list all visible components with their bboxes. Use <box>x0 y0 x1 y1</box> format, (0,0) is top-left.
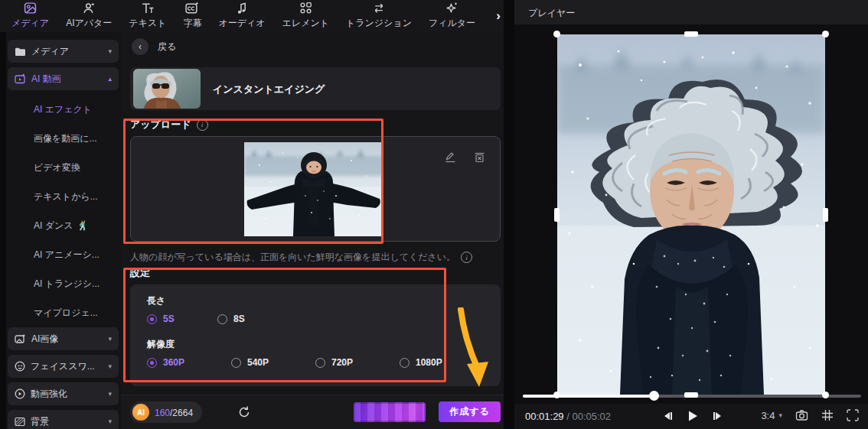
sidebar-group-video-enhance[interactable]: 動画強化 ▾ <box>8 382 119 405</box>
app-window: メディア AIアバター テキスト 字幕 オーディオ エレメント トランジション <box>0 0 868 429</box>
transport-controls <box>661 409 724 423</box>
sidebar-item-label: マイプロジェ... <box>34 307 98 320</box>
previous-frame-icon[interactable] <box>661 409 675 423</box>
blurred-button[interactable] <box>354 402 426 422</box>
resize-handle-top-mid[interactable] <box>684 31 698 37</box>
sidebar-group-background[interactable]: 背景 ▾ <box>8 410 119 429</box>
sidebar: メディア ▾ AI 動画 ▴ AI エフェクト 画像を動画に... ビデオ変換 … <box>6 32 121 429</box>
sidebar-item-ai-animation[interactable]: AI アニメーシ... <box>8 240 119 269</box>
tab-label: オーディオ <box>218 17 265 30</box>
delete-trash-icon[interactable] <box>473 151 486 164</box>
upload-hint-text: 人物の顔が写っている場合は、正面を向いた鮮明な画像を提出してください。 <box>130 251 455 264</box>
resize-handle-top-left[interactable] <box>553 31 560 37</box>
radio-label: 1080P <box>416 357 442 368</box>
tab-label: テキスト <box>129 17 166 30</box>
resolution-option-360p[interactable]: 360P <box>147 357 184 368</box>
audio-icon <box>236 2 249 15</box>
player-panel: プレイヤー <box>514 0 868 429</box>
sidebar-group-media[interactable]: メディア ▾ <box>8 40 119 63</box>
tab-filter[interactable]: フィルター <box>420 0 484 32</box>
info-icon[interactable]: i <box>461 252 472 263</box>
radio-selected-icon <box>147 358 157 368</box>
settings-panel: 長さ 5S 8S 解像度 360P 540P 720P <box>130 284 501 386</box>
back-chevron-icon: ‹ <box>132 38 148 55</box>
player-header: プレイヤー <box>514 0 868 24</box>
player-canvas[interactable] <box>514 24 868 404</box>
resolution-option-720p[interactable]: 720P <box>315 357 353 368</box>
chevron-right-icon[interactable]: › <box>496 6 501 26</box>
play-icon[interactable] <box>686 409 700 423</box>
sidebar-group-face-swap[interactable]: フェイススワ... ▾ <box>8 355 119 378</box>
sidebar-group-label: フェイススワ... <box>31 360 95 373</box>
upload-dropzone[interactable] <box>130 136 501 242</box>
total-time: 00:05:02 <box>572 411 611 422</box>
tab-ai-avatar[interactable]: AIアバター <box>57 0 120 32</box>
back-button[interactable]: ‹ 戻る <box>132 38 176 55</box>
media-icon <box>24 2 37 15</box>
upload-section-header: アップロード i <box>130 118 208 132</box>
resolution-option-540p[interactable]: 540P <box>231 357 269 368</box>
sidebar-group-label: AI 動画 <box>31 73 61 86</box>
sidebar-item-label: AI アニメーシ... <box>34 249 100 262</box>
sidebar-group-ai-video[interactable]: AI 動画 ▴ <box>8 67 119 90</box>
sidebar-item-image-to-video[interactable]: 画像を動画に... <box>8 124 119 153</box>
sidebar-group-label: 動画強化 <box>31 388 67 401</box>
tab-elements[interactable]: エレメント <box>274 0 338 32</box>
create-button[interactable]: 作成する <box>439 401 501 422</box>
fullscreen-icon[interactable] <box>847 409 859 421</box>
upload-hint-row: 人物の顔が写っている場合は、正面を向いた鮮明な画像を提出してください。 i <box>130 251 472 264</box>
ai-avatar-icon <box>83 2 96 15</box>
resize-handle-top-right[interactable] <box>822 31 829 37</box>
player-right-controls: 3:4 ▾ <box>761 409 859 421</box>
caret-down-icon: ▾ <box>108 47 112 55</box>
background-icon <box>15 417 25 427</box>
template-card[interactable]: インスタントエイジング <box>130 67 501 110</box>
tab-text[interactable]: テキスト <box>120 0 175 32</box>
tab-transition[interactable]: トランジション <box>338 0 420 32</box>
resize-handle-left-mid[interactable] <box>554 208 560 222</box>
caret-down-icon: ▾ <box>778 411 782 419</box>
radio-label: 5S <box>163 314 175 324</box>
sidebar-item-text-to[interactable]: テキストから... <box>8 182 119 211</box>
sidebar-item-video-convert[interactable]: ビデオ変換 <box>8 153 119 182</box>
resize-handle-bottom-right[interactable] <box>822 392 829 398</box>
top-toolbar: メディア AIアバター テキスト 字幕 オーディオ エレメント トランジション <box>0 0 504 32</box>
tab-media[interactable]: メディア <box>3 0 57 32</box>
face-swap-icon <box>15 361 25 372</box>
sidebar-item-ai-effect[interactable]: AI エフェクト <box>8 95 119 124</box>
caret-down-icon: ▾ <box>108 362 112 370</box>
aspect-ratio-value: 3:4 <box>761 410 775 421</box>
sidebar-item-label: AI ダンス <box>34 219 73 232</box>
sidebar-item-label: 画像を動画に... <box>34 132 97 145</box>
settings-section-header: 設定 <box>130 266 150 280</box>
duration-option-8s[interactable]: 8S <box>217 314 245 324</box>
radio-icon <box>231 358 241 368</box>
transition-icon <box>372 2 386 15</box>
info-icon[interactable]: i <box>197 119 208 131</box>
sidebar-item-ai-dance[interactable]: AI ダンス🕺 <box>8 211 119 240</box>
next-frame-icon[interactable] <box>710 409 724 423</box>
duration-option-5s[interactable]: 5S <box>147 314 175 324</box>
sidebar-item-ai-transition[interactable]: AI トランジシ... <box>8 269 119 298</box>
refresh-icon[interactable] <box>237 405 251 419</box>
snapshot-camera-icon[interactable] <box>795 409 808 421</box>
grid-icon[interactable] <box>821 409 834 421</box>
tab-label: 字幕 <box>183 17 201 30</box>
resize-handle-bottom-mid[interactable] <box>684 392 698 398</box>
seek-handle[interactable] <box>649 391 659 401</box>
resize-handle-bottom-left[interactable] <box>553 392 560 398</box>
sidebar-item-my-projects[interactable]: マイプロジェ... <box>8 298 119 327</box>
aspect-ratio-dropdown[interactable]: 3:4 ▾ <box>761 410 782 421</box>
caret-down-icon: ▾ <box>108 335 112 343</box>
tab-captions[interactable]: 字幕 <box>175 0 210 32</box>
tab-label: トランジション <box>346 17 412 30</box>
tab-audio[interactable]: オーディオ <box>210 0 273 32</box>
seek-bar-played <box>523 395 654 398</box>
sidebar-group-ai-image[interactable]: AI画像 ▾ <box>8 327 119 350</box>
ai-image-icon <box>15 334 26 344</box>
credits-used: 160 <box>155 408 170 418</box>
resize-handle-right-mid[interactable] <box>823 208 828 222</box>
edit-pencil-icon[interactable] <box>444 151 457 164</box>
resolution-option-1080p[interactable]: 1080P <box>400 357 442 368</box>
preview-aged-woman-image[interactable] <box>557 34 825 395</box>
